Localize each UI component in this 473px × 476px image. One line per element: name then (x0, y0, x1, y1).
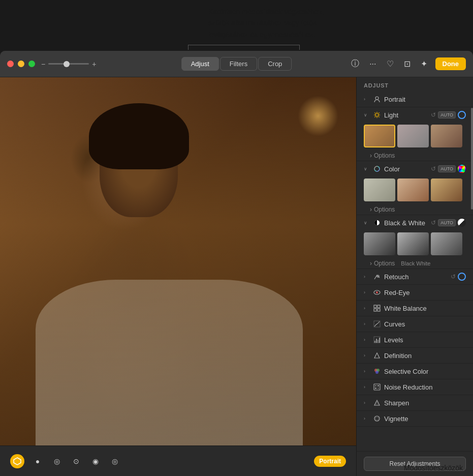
svg-rect-18 (377, 305, 380, 308)
tool5-icon[interactable]: ◉ (89, 455, 102, 467)
adj-row-curves[interactable]: › Curves (357, 316, 473, 332)
adj-row-levels[interactable]: › Levels (357, 332, 473, 347)
color-thumb-1[interactable] (364, 178, 395, 201)
selective-color-chevron: › (364, 369, 370, 374)
magic-button[interactable]: ✦ (419, 58, 429, 70)
adj-section-retouch: › Retouch ↺ (357, 269, 473, 285)
bw-thumb-1[interactable] (364, 232, 395, 255)
svg-rect-30 (374, 384, 380, 390)
adj-row-redeye[interactable]: › Red-Eye (357, 285, 473, 300)
zoom-slider-area: − + (41, 60, 96, 68)
svg-rect-31 (375, 385, 376, 386)
light-options[interactable]: › Options (357, 151, 473, 161)
photo-tools-left: ● ◎ ⊙ ◉ ◎ (10, 454, 121, 468)
close-button[interactable] (7, 61, 14, 67)
adj-row-noise[interactable]: › Noise Reduction (357, 379, 473, 395)
minimize-button[interactable] (18, 61, 24, 67)
selective-color-icon (373, 367, 381, 375)
color-toggle[interactable] (458, 165, 466, 173)
retouch-toggle[interactable] (458, 273, 466, 281)
color-controls: ↺ AUTO (431, 165, 466, 173)
photo-clothing (36, 280, 303, 445)
bw-toggle[interactable] (458, 219, 466, 227)
bw-auto-badge[interactable]: AUTO (438, 219, 456, 226)
adj-row-wb[interactable]: › White Balance (357, 301, 473, 316)
window-controls (7, 61, 35, 67)
adj-row-light[interactable]: ∨ (357, 107, 473, 123)
bw-thumb-2[interactable] (397, 232, 429, 255)
adj-row-sharpen[interactable]: › Sharpen (357, 395, 473, 410)
light-thumb-1[interactable] (364, 125, 395, 147)
adj-row-retouch[interactable]: › Retouch ↺ (357, 269, 473, 284)
light-thumb-3[interactable] (431, 125, 462, 147)
maximize-button[interactable] (28, 61, 35, 67)
tool4-icon[interactable]: ⊙ (70, 455, 82, 467)
svg-line-10 (375, 116, 375, 117)
adj-section-vignette: › Vignette (357, 411, 473, 427)
light-auto-badge[interactable]: AUTO (438, 111, 456, 118)
panel-scroll[interactable]: › Portrait ∨ (357, 92, 473, 451)
portrait-label: Portrait (384, 96, 466, 103)
noise-label: Noise Reduction (384, 383, 466, 391)
color-thumb-2[interactable] (397, 178, 429, 201)
tab-group: Adjust Filters Crop (181, 57, 292, 71)
toolbar-right: ⓘ ··· ♡ ⊡ ✦ Done (349, 57, 466, 70)
tool3-icon[interactable]: ◎ (51, 455, 63, 467)
sharpen-chevron: › (364, 400, 370, 405)
zoom-slider-track[interactable] (48, 63, 89, 65)
light-label: Light (384, 111, 428, 119)
tab-filters[interactable]: Filters (220, 57, 257, 71)
tool6-icon[interactable]: ◎ (109, 455, 121, 467)
info-button[interactable]: ⓘ (349, 57, 361, 70)
bw-options-extra: Black White (401, 260, 430, 266)
noise-icon (373, 383, 381, 391)
light-reset-icon[interactable]: ↺ (431, 111, 436, 118)
bracket-line (188, 45, 300, 45)
curves-chevron: › (364, 321, 370, 326)
svg-point-2 (375, 113, 379, 116)
photo-background (0, 77, 356, 445)
bw-controls: ↺ AUTO (431, 219, 466, 227)
light-thumb-2[interactable] (397, 125, 429, 147)
adj-row-definition[interactable]: › Definition (357, 348, 473, 363)
tool2-icon[interactable]: ● (31, 455, 44, 467)
svg-rect-26 (379, 338, 380, 343)
wb-icon (373, 304, 381, 312)
definition-label: Definition (384, 352, 466, 360)
panel-header: ADJUST (357, 77, 473, 92)
retouch-reset-icon[interactable]: ↺ (451, 273, 456, 280)
retouch-icon (373, 273, 381, 281)
portrait-badge[interactable]: Portrait (314, 456, 346, 467)
redeye-chevron: › (364, 290, 370, 295)
svg-point-11 (374, 166, 380, 171)
adj-section-bw: ∨ Black & White ↺ AUTO (357, 215, 473, 269)
bw-label: Black & White (384, 219, 428, 227)
color-thumb-3[interactable] (431, 178, 462, 201)
more-button[interactable]: ··· (367, 58, 378, 70)
tab-crop[interactable]: Crop (258, 57, 292, 71)
svg-rect-17 (374, 305, 376, 308)
right-panel: ADJUST › Portrait (356, 77, 473, 476)
svg-rect-19 (374, 309, 376, 311)
heart-button[interactable]: ♡ (385, 58, 396, 70)
adj-row-color[interactable]: ∨ (357, 161, 473, 176)
retouch-controls: ↺ (451, 273, 466, 281)
bw-thumb-3[interactable] (431, 232, 462, 255)
adj-section-selective-color: › Selective Color (357, 364, 473, 379)
light-toggle[interactable] (458, 111, 466, 119)
adj-row-bw[interactable]: ∨ Black & White ↺ AUTO (357, 215, 473, 230)
copy-button[interactable]: ⊡ (402, 58, 413, 70)
redeye-label: Red-Eye (384, 289, 466, 296)
color-reset-icon[interactable]: ↺ (431, 165, 436, 172)
tab-adjust[interactable]: Adjust (181, 57, 219, 71)
adj-section-definition: › Definition (357, 348, 473, 364)
adj-row-portrait[interactable]: › Portrait (357, 92, 473, 107)
adj-row-selective-color[interactable]: › Selective Color (357, 364, 473, 379)
bw-options[interactable]: › Options Black White (357, 258, 473, 269)
color-options[interactable]: › Options (357, 204, 473, 215)
done-button[interactable]: Done (435, 57, 466, 70)
adj-row-vignette[interactable]: › Vignette (357, 411, 473, 426)
bw-reset-icon[interactable]: ↺ (431, 219, 436, 226)
portrait-tool-icon[interactable] (10, 454, 24, 468)
color-auto-badge[interactable]: AUTO (438, 165, 456, 172)
